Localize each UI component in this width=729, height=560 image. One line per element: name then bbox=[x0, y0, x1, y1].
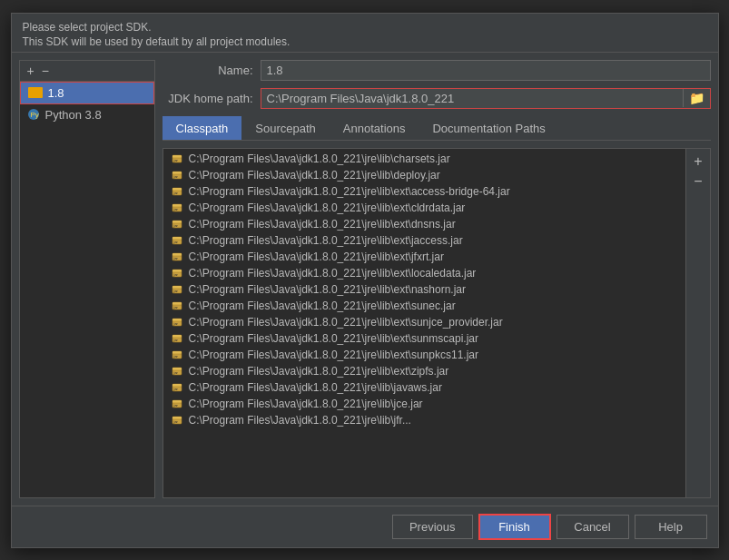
svg-text:jar: jar bbox=[172, 272, 178, 277]
classpath-item[interactable]: jar C:\Program Files\Java\jdk1.8.0_221\j… bbox=[163, 200, 686, 216]
sdk-item-python38[interactable]: Py Python 3.8 bbox=[20, 104, 154, 125]
tab-annotations[interactable]: Annotations bbox=[330, 116, 419, 140]
classpath-item[interactable]: jar C:\Program Files\Java\jdk1.8.0_221\j… bbox=[163, 363, 686, 379]
jar-icon: jar bbox=[171, 185, 183, 198]
classpath-item-path: C:\Program Files\Java\jdk1.8.0_221\jre\l… bbox=[189, 251, 444, 263]
classpath-item-path: C:\Program Files\Java\jdk1.8.0_221\jre\l… bbox=[189, 152, 450, 165]
classpath-item-path: C:\Program Files\Java\jdk1.8.0_221\jre\l… bbox=[189, 267, 477, 280]
svg-text:jar: jar bbox=[172, 321, 178, 326]
classpath-item[interactable]: jar C:\Program Files\Java\jdk1.8.0_221\j… bbox=[163, 412, 686, 428]
jar-icon: jar bbox=[171, 300, 183, 312]
classpath-panel: jar C:\Program Files\Java\jdk1.8.0_221\j… bbox=[163, 148, 711, 498]
cancel-button[interactable]: Cancel bbox=[557, 515, 629, 539]
svg-text:Py: Py bbox=[30, 111, 38, 119]
main-dialog: Please select project SDK. This SDK will… bbox=[11, 13, 719, 548]
header-line1: Please select project SDK. bbox=[23, 21, 707, 34]
classpath-item-path: C:\Program Files\Java\jdk1.8.0_221\jre\l… bbox=[189, 316, 503, 329]
tab-classpath[interactable]: Classpath bbox=[163, 116, 242, 140]
add-classpath-button[interactable]: + bbox=[690, 152, 705, 171]
classpath-item[interactable]: jar C:\Program Files\Java\jdk1.8.0_221\j… bbox=[163, 183, 686, 200]
browse-button[interactable]: 📁 bbox=[683, 89, 710, 107]
help-button[interactable]: Help bbox=[635, 515, 707, 539]
jar-icon: jar bbox=[171, 332, 183, 345]
jar-icon: jar bbox=[171, 251, 183, 263]
jar-icon: jar bbox=[171, 381, 183, 394]
classpath-item-path: C:\Program Files\Java\jdk1.8.0_221\jre\l… bbox=[189, 381, 442, 394]
jar-icon: jar bbox=[171, 365, 183, 378]
previous-button[interactable]: Previous bbox=[392, 515, 473, 539]
svg-text:jar: jar bbox=[172, 387, 178, 391]
classpath-item-path: C:\Program Files\Java\jdk1.8.0_221\jre\l… bbox=[189, 349, 478, 361]
tab-documentation-paths[interactable]: Documentation Paths bbox=[419, 116, 558, 140]
name-input[interactable] bbox=[261, 60, 711, 81]
jar-icon: jar bbox=[171, 201, 183, 214]
jar-icon: jar bbox=[171, 152, 183, 165]
classpath-item-path: C:\Program Files\Java\jdk1.8.0_221\jre\l… bbox=[189, 300, 456, 312]
classpath-item-path: C:\Program Files\Java\jdk1.8.0_221\jre\l… bbox=[189, 218, 456, 231]
folder-icon bbox=[28, 87, 43, 98]
classpath-item-path: C:\Program Files\Java\jdk1.8.0_221\jre\l… bbox=[189, 283, 466, 296]
classpath-item-path: C:\Program Files\Java\jdk1.8.0_221\jre\l… bbox=[189, 201, 466, 214]
svg-text:jar: jar bbox=[172, 354, 178, 359]
name-label: Name: bbox=[163, 64, 253, 77]
classpath-item[interactable]: jar C:\Program Files\Java\jdk1.8.0_221\j… bbox=[163, 249, 686, 265]
tabs-bar: Classpath Sourcepath Annotations Documen… bbox=[163, 116, 711, 141]
svg-text:jar: jar bbox=[172, 256, 178, 260]
classpath-item[interactable]: jar C:\Program Files\Java\jdk1.8.0_221\j… bbox=[163, 330, 686, 347]
classpath-item[interactable]: jar C:\Program Files\Java\jdk1.8.0_221\j… bbox=[163, 216, 686, 232]
add-sdk-button[interactable]: + bbox=[25, 64, 36, 77]
classpath-item[interactable]: jar C:\Program Files\Java\jdk1.8.0_221\j… bbox=[163, 281, 686, 298]
classpath-item-path: C:\Program Files\Java\jdk1.8.0_221\jre\l… bbox=[189, 365, 449, 378]
jar-icon: jar bbox=[171, 283, 183, 296]
name-field-row: Name: bbox=[163, 60, 711, 81]
dialog-body: + − 1.8 Py Python 3.8 Name: bbox=[12, 53, 718, 506]
jar-icon: jar bbox=[171, 267, 183, 280]
classpath-item[interactable]: jar C:\Program Files\Java\jdk1.8.0_221\j… bbox=[163, 232, 686, 249]
svg-text:jar: jar bbox=[172, 370, 178, 375]
classpath-item[interactable]: jar C:\Program Files\Java\jdk1.8.0_221\j… bbox=[163, 167, 686, 183]
tab-sourcepath[interactable]: Sourcepath bbox=[241, 116, 330, 140]
remove-sdk-button[interactable]: − bbox=[40, 64, 51, 77]
jar-icon: jar bbox=[171, 414, 183, 427]
classpath-item[interactable]: jar C:\Program Files\Java\jdk1.8.0_221\j… bbox=[163, 265, 686, 281]
svg-text:jar: jar bbox=[172, 191, 178, 195]
svg-text:jar: jar bbox=[172, 338, 178, 342]
svg-text:jar: jar bbox=[172, 174, 178, 179]
classpath-item[interactable]: jar C:\Program Files\Java\jdk1.8.0_221\j… bbox=[163, 396, 686, 412]
classpath-item[interactable]: jar C:\Program Files\Java\jdk1.8.0_221\j… bbox=[163, 347, 686, 363]
jar-icon: jar bbox=[171, 398, 183, 410]
svg-text:jar: jar bbox=[172, 158, 178, 162]
classpath-item-path: C:\Program Files\Java\jdk1.8.0_221\jre\l… bbox=[189, 414, 411, 427]
classpath-item[interactable]: jar C:\Program Files\Java\jdk1.8.0_221\j… bbox=[163, 298, 686, 314]
classpath-item[interactable]: jar C:\Program Files\Java\jdk1.8.0_221\j… bbox=[163, 314, 686, 330]
jdk-path-row: JDK home path: 📁 bbox=[163, 88, 711, 109]
jar-icon: jar bbox=[171, 218, 183, 231]
jar-icon: jar bbox=[171, 349, 183, 361]
jdk-path-input[interactable] bbox=[261, 89, 683, 108]
classpath-item[interactable]: jar C:\Program Files\Java\jdk1.8.0_221\j… bbox=[163, 379, 686, 396]
classpath-side-buttons: + − bbox=[685, 149, 709, 497]
sdk-item-jdk18[interactable]: 1.8 bbox=[20, 82, 154, 104]
svg-text:jar: jar bbox=[172, 403, 178, 408]
sdk-list-panel: + − 1.8 Py Python 3.8 bbox=[19, 60, 155, 498]
sdk-config-panel: Name: JDK home path: 📁 Classpath Sourcep… bbox=[163, 60, 711, 498]
classpath-item-path: C:\Program Files\Java\jdk1.8.0_221\jre\l… bbox=[189, 332, 478, 345]
header-line2: This SDK will be used by default by all … bbox=[23, 35, 707, 48]
dialog-header: Please select project SDK. This SDK will… bbox=[12, 14, 718, 53]
dialog-footer: Previous Finish Cancel Help bbox=[12, 506, 718, 547]
jar-icon: jar bbox=[171, 316, 183, 329]
jdk-home-label: JDK home path: bbox=[163, 92, 253, 105]
finish-button[interactable]: Finish bbox=[478, 514, 551, 540]
classpath-item[interactable]: jar C:\Program Files\Java\jdk1.8.0_221\j… bbox=[163, 151, 686, 167]
classpath-item-path: C:\Program Files\Java\jdk1.8.0_221\jre\l… bbox=[189, 234, 463, 247]
svg-text:jar: jar bbox=[172, 289, 178, 293]
svg-text:jar: jar bbox=[172, 240, 178, 244]
classpath-list[interactable]: jar C:\Program Files\Java\jdk1.8.0_221\j… bbox=[163, 149, 686, 497]
classpath-item-path: C:\Program Files\Java\jdk1.8.0_221\jre\l… bbox=[189, 169, 440, 182]
classpath-item-path: C:\Program Files\Java\jdk1.8.0_221\jre\l… bbox=[189, 185, 510, 198]
classpath-item-path: C:\Program Files\Java\jdk1.8.0_221\jre\l… bbox=[189, 398, 423, 410]
sdk-item-label: 1.8 bbox=[48, 86, 64, 100]
jar-icon: jar bbox=[171, 169, 183, 182]
svg-text:jar: jar bbox=[172, 223, 178, 228]
remove-classpath-button[interactable]: − bbox=[690, 172, 705, 191]
